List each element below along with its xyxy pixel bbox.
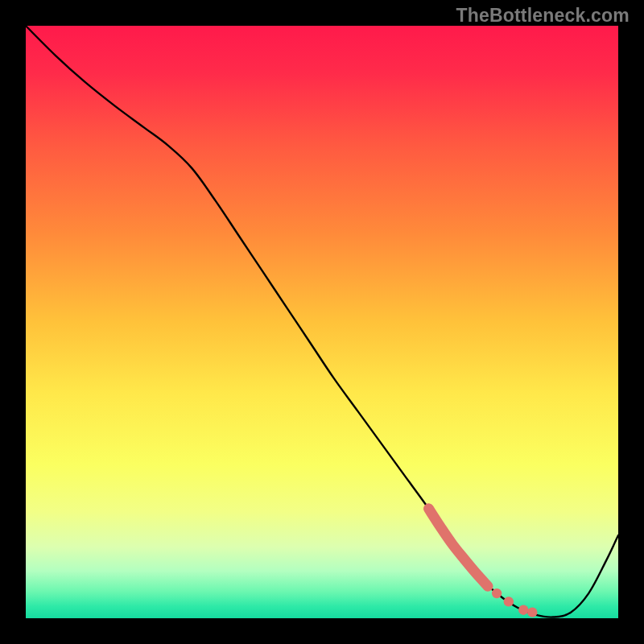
- highlight-dot: [504, 597, 514, 606]
- highlight-dot: [518, 605, 528, 614]
- chart-frame: TheBottleneck.com: [0, 0, 644, 644]
- highlight-dot: [492, 588, 502, 598]
- highlight-dot: [527, 607, 537, 617]
- watermark-text: TheBottleneck.com: [456, 5, 630, 27]
- plot-background: [26, 26, 618, 618]
- bottleneck-chart: [0, 0, 644, 644]
